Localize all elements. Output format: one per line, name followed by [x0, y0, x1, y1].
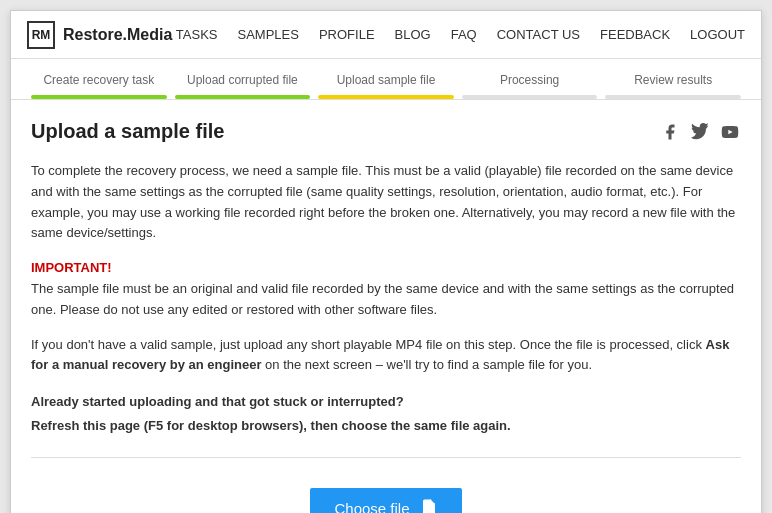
important-block: IMPORTANT! The sample file must be an or… — [31, 258, 741, 320]
step-upload-sample[interactable]: Upload sample file — [314, 59, 458, 99]
page-header: Upload a sample file — [31, 120, 741, 143]
upload-icon — [420, 498, 438, 513]
logo-icon: RM — [27, 21, 55, 49]
steps-container: Create recovery task Upload corrupted fi… — [27, 59, 745, 99]
step-create-label: Create recovery task — [31, 73, 167, 87]
choose-file-section: Choose file — [31, 478, 741, 513]
body-paragraph-2: If you don't have a valid sample, just u… — [31, 335, 741, 377]
body-paragraph-1: To complete the recovery process, we nee… — [31, 161, 741, 244]
stuck-line-2: Refresh this page (F5 for desktop browse… — [31, 418, 511, 433]
step-upload-sample-label: Upload sample file — [318, 73, 454, 87]
choose-file-label: Choose file — [334, 500, 409, 513]
nav-faq[interactable]: FAQ — [451, 27, 477, 42]
logo: RM Restore.Media — [27, 21, 172, 49]
step-processing-label: Processing — [462, 73, 598, 87]
page-title: Upload a sample file — [31, 120, 224, 143]
body2-start: If you don't have a valid sample, just u… — [31, 337, 706, 352]
main-content: Upload a sample file To complete the rec… — [11, 100, 761, 513]
step-upload-corrupted-bar — [175, 95, 311, 99]
step-create[interactable]: Create recovery task — [27, 59, 171, 99]
stuck-line-1: Already started uploading and that got s… — [31, 394, 404, 409]
navbar: RM Restore.Media TASKS SAMPLES PROFILE B… — [11, 11, 761, 59]
logo-text: Restore.Media — [63, 26, 172, 44]
choose-file-button[interactable]: Choose file — [310, 488, 461, 513]
nav-links: TASKS SAMPLES PROFILE BLOG FAQ CONTACT U… — [176, 27, 745, 42]
social-icons — [659, 121, 741, 143]
step-processing-bar — [462, 95, 598, 99]
twitter-icon[interactable] — [689, 121, 711, 143]
nav-logout[interactable]: LOGOUT — [690, 27, 745, 42]
step-review-bar — [605, 95, 741, 99]
step-processing[interactable]: Processing — [458, 59, 602, 99]
nav-tasks[interactable]: TASKS — [176, 27, 218, 42]
step-review-label: Review results — [605, 73, 741, 87]
step-upload-corrupted[interactable]: Upload corrupted file — [171, 59, 315, 99]
divider — [31, 457, 741, 458]
step-review[interactable]: Review results — [601, 59, 745, 99]
body2-end: on the next screen – we'll try to find a… — [261, 357, 592, 372]
important-label: IMPORTANT! — [31, 260, 112, 275]
youtube-icon[interactable] — [719, 121, 741, 143]
nav-contact[interactable]: CONTACT US — [497, 27, 580, 42]
nav-feedback[interactable]: FEEDBACK — [600, 27, 670, 42]
step-upload-sample-bar — [318, 95, 454, 99]
step-upload-corrupted-label: Upload corrupted file — [175, 73, 311, 87]
nav-blog[interactable]: BLOG — [395, 27, 431, 42]
stuck-text: Already started uploading and that got s… — [31, 390, 741, 437]
nav-samples[interactable]: SAMPLES — [238, 27, 299, 42]
important-text: The sample file must be an original and … — [31, 281, 734, 317]
app-window: RM Restore.Media TASKS SAMPLES PROFILE B… — [10, 10, 762, 513]
step-create-bar — [31, 95, 167, 99]
steps-bar: Create recovery task Upload corrupted fi… — [11, 59, 761, 100]
facebook-icon[interactable] — [659, 121, 681, 143]
nav-profile[interactable]: PROFILE — [319, 27, 375, 42]
